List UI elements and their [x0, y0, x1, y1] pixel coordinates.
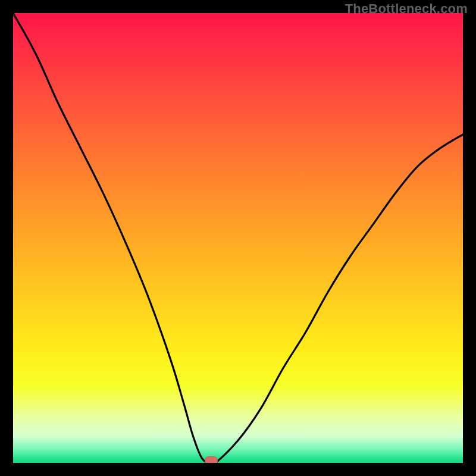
plot-area: [13, 13, 463, 463]
optimum-marker: [205, 456, 218, 463]
chart-frame: TheBottleneck.com: [0, 0, 476, 476]
curve-layer: [13, 13, 463, 463]
watermark-label: TheBottleneck.com: [345, 1, 468, 17]
bottleneck-curve: [13, 13, 463, 463]
